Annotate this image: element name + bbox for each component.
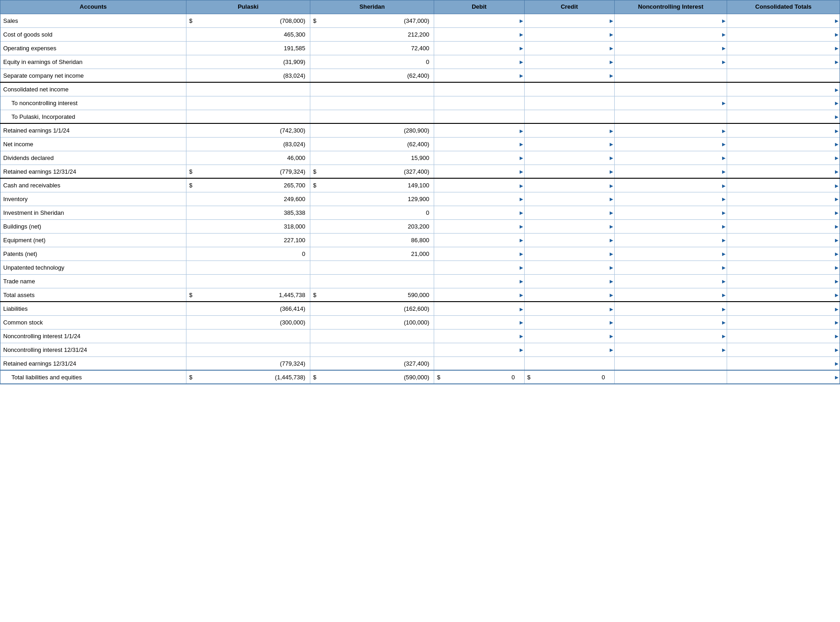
debit-cell[interactable]: ▶ (434, 137, 524, 151)
consol-cell[interactable]: ▶ (727, 27, 840, 41)
nci-cell[interactable] (614, 110, 727, 123)
consol-cell[interactable]: ▶ (727, 137, 840, 151)
debit-cell[interactable]: ▶ (434, 192, 524, 206)
credit-cell[interactable]: ▶ (524, 329, 614, 343)
credit-cell[interactable]: ▶ (524, 27, 614, 41)
debit-cell[interactable] (434, 96, 524, 110)
debit-cell[interactable]: ▶ (434, 219, 524, 233)
debit-cell[interactable] (434, 110, 524, 123)
consol-cell[interactable]: ▶ (727, 356, 840, 370)
consol-cell[interactable]: ▶ (727, 370, 840, 384)
debit-cell[interactable]: ▶ (434, 315, 524, 329)
credit-cell[interactable]: ▶ (524, 288, 614, 302)
debit-cell[interactable] (434, 82, 524, 96)
consol-cell[interactable]: ▶ (727, 274, 840, 288)
consol-cell[interactable]: ▶ (727, 315, 840, 329)
consol-cell[interactable]: ▶ (727, 288, 840, 302)
consol-cell[interactable]: ▶ (727, 219, 840, 233)
credit-cell[interactable]: ▶ (524, 151, 614, 165)
credit-cell[interactable]: ▶ (524, 178, 614, 192)
credit-cell[interactable]: ▶ (524, 247, 614, 260)
credit-cell[interactable]: ▶ (524, 123, 614, 137)
credit-cell[interactable] (524, 356, 614, 370)
debit-cell[interactable]: ▶ (434, 14, 524, 27)
consol-cell[interactable]: ▶ (727, 247, 840, 260)
nci-cell[interactable]: ▶ (614, 27, 727, 41)
credit-cell[interactable]: ▶ (524, 315, 614, 329)
debit-cell[interactable]: ▶ (434, 27, 524, 41)
consol-cell[interactable]: ▶ (727, 302, 840, 315)
debit-cell[interactable]: ▶ (434, 302, 524, 315)
credit-cell[interactable]: ▶ (524, 192, 614, 206)
nci-cell[interactable]: ▶ (614, 206, 727, 219)
nci-cell[interactable]: ▶ (614, 96, 727, 110)
consol-cell[interactable]: ▶ (727, 110, 840, 123)
consol-cell[interactable]: ▶ (727, 329, 840, 343)
nci-cell[interactable]: ▶ (614, 260, 727, 274)
credit-cell[interactable]: ▶ (524, 14, 614, 27)
credit-cell[interactable]: ▶ (524, 260, 614, 274)
credit-cell[interactable]: ▶ (524, 233, 614, 247)
consol-cell[interactable]: ▶ (727, 165, 840, 178)
nci-cell[interactable]: ▶ (614, 219, 727, 233)
nci-cell[interactable] (614, 82, 727, 96)
credit-cell[interactable]: ▶ (524, 137, 614, 151)
nci-cell[interactable]: ▶ (614, 233, 727, 247)
debit-cell[interactable]: ▶ (434, 329, 524, 343)
consol-cell[interactable]: ▶ (727, 343, 840, 356)
consol-cell[interactable]: ▶ (727, 55, 840, 69)
debit-cell[interactable]: ▶ (434, 233, 524, 247)
nci-cell[interactable]: ▶ (614, 247, 727, 260)
consol-cell[interactable]: ▶ (727, 123, 840, 137)
consol-cell[interactable]: ▶ (727, 82, 840, 96)
credit-cell[interactable] (524, 82, 614, 96)
nci-cell[interactable]: ▶ (614, 55, 727, 69)
credit-cell[interactable]: ▶ (524, 274, 614, 288)
consol-cell[interactable]: ▶ (727, 233, 840, 247)
nci-cell[interactable]: ▶ (614, 165, 727, 178)
debit-cell[interactable]: ▶ (434, 274, 524, 288)
nci-cell[interactable]: ▶ (614, 123, 727, 137)
debit-cell[interactable]: ▶ (434, 178, 524, 192)
consol-cell[interactable]: ▶ (727, 151, 840, 165)
credit-cell[interactable] (524, 96, 614, 110)
nci-cell[interactable]: ▶ (614, 288, 727, 302)
credit-cell[interactable]: ▶ (524, 302, 614, 315)
debit-cell[interactable]: ▶ (434, 260, 524, 274)
credit-cell[interactable]: ▶ (524, 55, 614, 69)
debit-cell[interactable]: ▶ (434, 69, 524, 82)
credit-cell[interactable]: ▶ (524, 69, 614, 82)
debit-cell[interactable]: $0 (434, 370, 524, 384)
debit-cell[interactable]: ▶ (434, 55, 524, 69)
debit-cell[interactable]: ▶ (434, 165, 524, 178)
credit-cell[interactable]: ▶ (524, 165, 614, 178)
nci-cell[interactable] (614, 356, 727, 370)
nci-cell[interactable]: ▶ (614, 41, 727, 55)
credit-cell[interactable]: $0 (524, 370, 614, 384)
debit-cell[interactable]: ▶ (434, 41, 524, 55)
debit-cell[interactable]: ▶ (434, 123, 524, 137)
debit-cell[interactable]: ▶ (434, 288, 524, 302)
credit-cell[interactable] (524, 110, 614, 123)
nci-cell[interactable]: ▶ (614, 151, 727, 165)
debit-cell[interactable]: ▶ (434, 206, 524, 219)
consol-cell[interactable]: ▶ (727, 206, 840, 219)
nci-cell[interactable]: ▶ (614, 14, 727, 27)
debit-cell[interactable] (434, 356, 524, 370)
consol-cell[interactable]: ▶ (727, 260, 840, 274)
debit-cell[interactable]: ▶ (434, 247, 524, 260)
nci-cell[interactable] (614, 69, 727, 82)
nci-cell[interactable]: ▶ (614, 192, 727, 206)
debit-cell[interactable]: ▶ (434, 343, 524, 356)
consol-cell[interactable]: ▶ (727, 41, 840, 55)
consol-cell[interactable]: ▶ (727, 96, 840, 110)
consol-cell[interactable]: ▶ (727, 14, 840, 27)
nci-cell[interactable]: ▶ (614, 329, 727, 343)
consol-cell[interactable] (727, 69, 840, 82)
consol-cell[interactable]: ▶ (727, 192, 840, 206)
nci-cell[interactable]: ▶ (614, 274, 727, 288)
credit-cell[interactable]: ▶ (524, 41, 614, 55)
credit-cell[interactable]: ▶ (524, 206, 614, 219)
nci-cell[interactable]: ▶ (614, 178, 727, 192)
credit-cell[interactable]: ▶ (524, 343, 614, 356)
